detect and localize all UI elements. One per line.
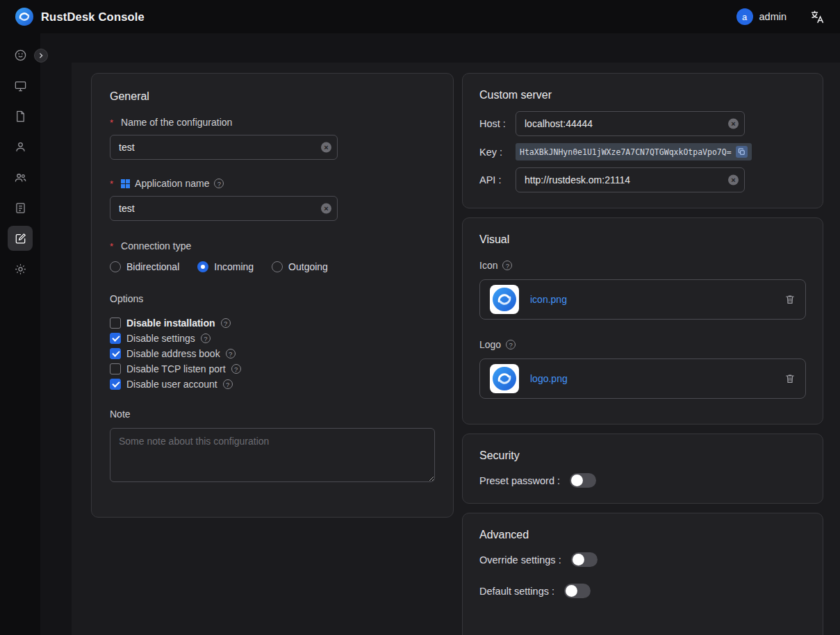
- visual-card: Visual Icon icon.png: [462, 217, 823, 424]
- checkbox-disable-installation-label: Disable installation: [126, 318, 215, 329]
- checkbox-disable-address-book[interactable]: Disable address book: [110, 346, 435, 361]
- logo-label: Logo: [479, 339, 806, 350]
- sidebar-expand-button[interactable]: [34, 49, 48, 63]
- preset-password-label: Preset password :: [479, 475, 560, 486]
- icon-file-link[interactable]: icon.png: [530, 294, 567, 305]
- users-icon: [14, 140, 27, 154]
- checkbox-disable-address-book-label: Disable address book: [126, 348, 220, 359]
- delete-logo-file-icon[interactable]: [784, 373, 796, 384]
- checkbox-disable-settings-label: Disable settings: [126, 333, 195, 344]
- default-settings-toggle[interactable]: [564, 584, 591, 598]
- application-name-label: Application name: [110, 178, 435, 189]
- clear-application-name-icon[interactable]: [321, 204, 331, 214]
- radio-incoming-label: Incoming: [214, 261, 254, 272]
- logo-file-link[interactable]: logo.png: [530, 373, 568, 384]
- note-textarea[interactable]: [110, 428, 435, 482]
- right-column: Custom server Host : Key : HtaXBkJNHyn0e…: [462, 73, 823, 635]
- name-label-text: Name of the configuration: [121, 117, 232, 128]
- radio-outgoing[interactable]: Outgoing: [272, 261, 328, 272]
- override-settings-label: Override settings :: [479, 554, 561, 566]
- disable-settings-help-icon[interactable]: [201, 333, 211, 343]
- preset-password-row: Preset password :: [479, 473, 806, 488]
- clear-host-icon[interactable]: [728, 119, 739, 129]
- radio-outgoing-label: Outgoing: [288, 261, 328, 272]
- host-input[interactable]: [516, 111, 745, 136]
- sidebar-item-audit-logs[interactable]: [8, 195, 33, 220]
- icon-label: Icon: [479, 260, 806, 271]
- name-label: Name of the configuration: [110, 117, 435, 128]
- sidebar-item-users[interactable]: [8, 134, 33, 159]
- custom-server-title: Custom server: [479, 89, 806, 101]
- custom-server-card: Custom server Host : Key : HtaXBkJNHyn0e…: [462, 73, 823, 208]
- sidebar-item-configurations[interactable]: [8, 226, 33, 251]
- disable-installation-help-icon[interactable]: [221, 318, 231, 328]
- icon-label-text: Icon: [479, 260, 497, 271]
- key-value-chip: HtaXBkJNHyn0e1U1jWXze7A7CN7QTGWqxkOtpaVp…: [516, 143, 752, 160]
- documents-icon: [14, 110, 27, 123]
- checkbox-disable-settings[interactable]: Disable settings: [110, 331, 435, 346]
- checkbox-disable-settings-control: [110, 333, 121, 344]
- delete-icon-file-icon[interactable]: [784, 294, 796, 305]
- key-label: Key :: [479, 147, 516, 158]
- application-name-input[interactable]: [110, 196, 338, 221]
- connection-type-label-text: Connection type: [121, 240, 191, 251]
- status-icon: [14, 49, 27, 62]
- icon-help-icon[interactable]: [502, 261, 512, 270]
- key-row: Key : HtaXBkJNHyn0e1U1jWXze7A7CN7QTGWqxk…: [479, 143, 806, 160]
- checkbox-disable-user-account[interactable]: Disable user account: [110, 377, 435, 392]
- api-input[interactable]: [516, 167, 745, 192]
- key-value: HtaXBkJNHyn0e1U1jWXze7A7CN7QTGWqxkOtpaVp…: [520, 147, 732, 157]
- username[interactable]: admin: [759, 11, 787, 22]
- translate-icon[interactable]: [810, 10, 825, 24]
- icon-thumbnail: [490, 285, 519, 314]
- audit-logs-icon: [14, 201, 27, 215]
- host-label: Host :: [479, 118, 516, 129]
- checkbox-disable-tcp-listen-port[interactable]: Disable TCP listen port: [110, 361, 435, 377]
- icon-preview-image: [493, 288, 516, 311]
- user-avatar[interactable]: a: [736, 8, 753, 25]
- sidebar-item-groups[interactable]: [8, 165, 33, 190]
- default-settings-row: Default settings :: [479, 584, 806, 598]
- logo-thumbnail: [490, 364, 519, 393]
- options-list: Disable installation Disable settings Di…: [110, 315, 435, 392]
- host-row: Host :: [479, 111, 806, 136]
- disable-address-book-help-icon[interactable]: [226, 349, 236, 358]
- checkbox-disable-address-book-control: [110, 348, 121, 359]
- app-name-help-icon[interactable]: [214, 179, 224, 188]
- sidebar-item-documents[interactable]: [8, 104, 33, 129]
- general-title: General: [110, 90, 435, 103]
- groups-icon: [14, 171, 27, 184]
- connection-type-options: Bidirectional Incoming Outgoing: [110, 261, 435, 272]
- main-area: General Name of the configuration Applic…: [40, 33, 840, 635]
- connection-type-label: Connection type: [110, 240, 435, 251]
- radio-incoming-control: [197, 261, 208, 272]
- preset-password-toggle[interactable]: [570, 473, 596, 488]
- application-name-label-text: Application name: [135, 178, 209, 189]
- options-label: Options: [110, 293, 435, 304]
- sidebar-item-status[interactable]: [8, 42, 33, 67]
- radio-bidirectional-control: [110, 261, 121, 272]
- name-input[interactable]: [110, 135, 338, 160]
- clear-name-icon[interactable]: [321, 142, 331, 153]
- application-name-input-wrap: [110, 196, 338, 221]
- logo-label-text: Logo: [479, 339, 501, 350]
- disable-user-account-help-icon[interactable]: [223, 379, 233, 389]
- advanced-title: Advanced: [479, 529, 806, 541]
- radio-bidirectional[interactable]: Bidirectional: [110, 261, 179, 272]
- checkbox-disable-installation-control: [110, 318, 121, 329]
- api-row: API :: [479, 167, 806, 192]
- checkbox-disable-installation[interactable]: Disable installation: [110, 315, 435, 331]
- sidebar-item-settings[interactable]: [8, 256, 33, 281]
- name-input-wrap: [110, 135, 338, 160]
- copy-key-icon[interactable]: [736, 146, 748, 158]
- disable-tcp-listen-port-help-icon[interactable]: [231, 364, 241, 374]
- clear-api-icon[interactable]: [728, 175, 739, 185]
- sidebar-item-devices[interactable]: [8, 73, 33, 98]
- advanced-card: Advanced Override settings : Default set…: [462, 513, 823, 635]
- radio-incoming[interactable]: Incoming: [197, 261, 254, 272]
- rustdesk-logo-icon: [15, 8, 33, 26]
- radio-outgoing-control: [272, 261, 283, 272]
- top-bar: RustDesk Console a admin: [0, 0, 840, 33]
- override-settings-toggle[interactable]: [571, 552, 598, 567]
- logo-help-icon[interactable]: [506, 340, 516, 349]
